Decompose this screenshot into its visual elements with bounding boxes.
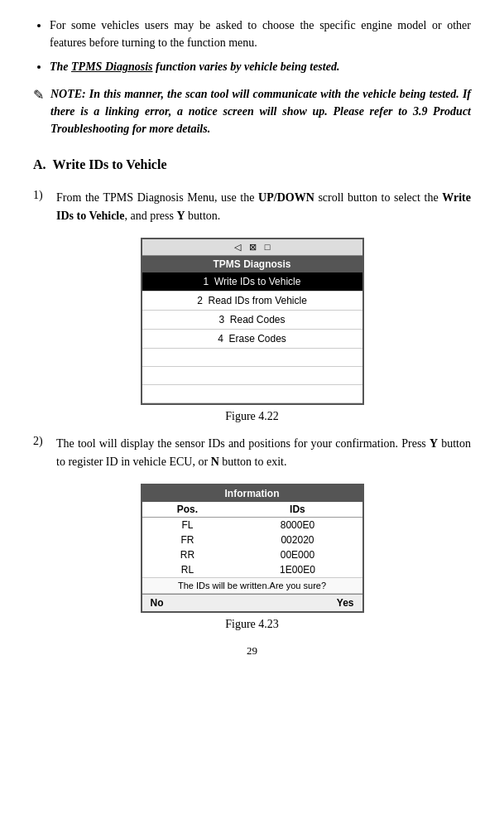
note-text: NOTE: In this manner, the scan tool will…: [50, 85, 471, 137]
step-1: 1) From the TPMS Diagnosis Menu, use the…: [33, 189, 471, 226]
info-row-fr: FR 002020: [142, 533, 362, 547]
menu-item-2: 2 Read IDs from Vehicle: [142, 292, 362, 311]
info-button-no[interactable]: No: [151, 597, 164, 609]
menu-empty-1: [142, 349, 362, 367]
tpms-menu-title: TPMS Diagnosis: [142, 256, 362, 272]
bullet-text-2: The TPMS Diagnosis function varies by ve…: [50, 60, 339, 73]
mail-icon: ⊠: [249, 242, 257, 253]
info-id-rr: 00E000: [233, 547, 362, 562]
info-pos-fl: FL: [142, 517, 233, 533]
info-header-row: Pos. IDs: [142, 502, 362, 518]
step-1-text: From the TPMS Diagnosis Menu, use the UP…: [56, 189, 471, 226]
bullet-item-1: For some vehicles users may be asked to …: [50, 17, 471, 51]
figure-4-22-container: ◁ ⊠ □ TPMS Diagnosis 1 Write IDs to Vehi…: [33, 238, 471, 405]
menu-item-1: 1 Write IDs to Vehicle: [142, 272, 362, 292]
info-pos-rl: RL: [142, 562, 233, 577]
step-2-number: 2): [33, 435, 56, 472]
tpms-menu-screen: ◁ ⊠ □ TPMS Diagnosis 1 Write IDs to Vehi…: [141, 238, 364, 405]
bullet-text-1: For some vehicles users may be asked to …: [50, 19, 471, 49]
device-header: ◁ ⊠ □: [142, 239, 362, 256]
info-button-yes[interactable]: Yes: [337, 597, 354, 609]
step-1-number: 1): [33, 189, 56, 226]
info-screen-title: Information: [142, 485, 362, 502]
note-icon: ✎: [33, 87, 44, 103]
step-2: 2) The tool will display the sensor IDs …: [33, 435, 471, 472]
note-block: ✎ NOTE: In this manner, the scan tool wi…: [33, 85, 471, 137]
col-pos-header: Pos.: [142, 502, 233, 518]
menu-empty-2: [142, 367, 362, 385]
info-screen: Information Pos. IDs FL 8000E0 FR 002020…: [141, 484, 364, 613]
page-number: 29: [33, 644, 471, 658]
info-pos-rr: RR: [142, 547, 233, 562]
section-heading-row: A. Write IDs to Vehicle: [33, 149, 471, 181]
info-row-fl: FL 8000E0: [142, 517, 362, 533]
signal-icon: ◁: [234, 242, 241, 253]
info-bottom-bar: No Yes: [142, 594, 362, 611]
info-row-rr: RR 00E000: [142, 547, 362, 562]
info-message: The IDs will be written.Are you sure?: [142, 577, 362, 594]
figure-4-23-container: Information Pos. IDs FL 8000E0 FR 002020…: [33, 484, 471, 613]
info-id-fr: 002020: [233, 533, 362, 547]
info-table: Pos. IDs FL 8000E0 FR 002020 RR 00E000 R…: [142, 502, 362, 577]
figure-4-22-caption: Figure 4.22: [33, 410, 471, 423]
section-title: Write IDs to Vehicle: [53, 157, 167, 172]
info-id-rl: 1E00E0: [233, 562, 362, 577]
menu-empty-3: [142, 385, 362, 403]
info-id-fl: 8000E0: [233, 517, 362, 533]
info-row-rl: RL 1E00E0: [142, 562, 362, 577]
battery-icon: □: [265, 242, 271, 252]
menu-item-4: 4 Erase Codes: [142, 330, 362, 349]
info-pos-fr: FR: [142, 533, 233, 547]
step-2-text: The tool will display the sensor IDs and…: [56, 435, 471, 472]
bullet-list: For some vehicles users may be asked to …: [50, 17, 471, 75]
figure-4-23-caption: Figure 4.23: [33, 618, 471, 631]
section-label: A.: [33, 157, 46, 172]
col-ids-header: IDs: [233, 502, 362, 518]
menu-item-3: 3 Read Codes: [142, 311, 362, 330]
bullet-item-2: The TPMS Diagnosis function varies by ve…: [50, 58, 471, 75]
